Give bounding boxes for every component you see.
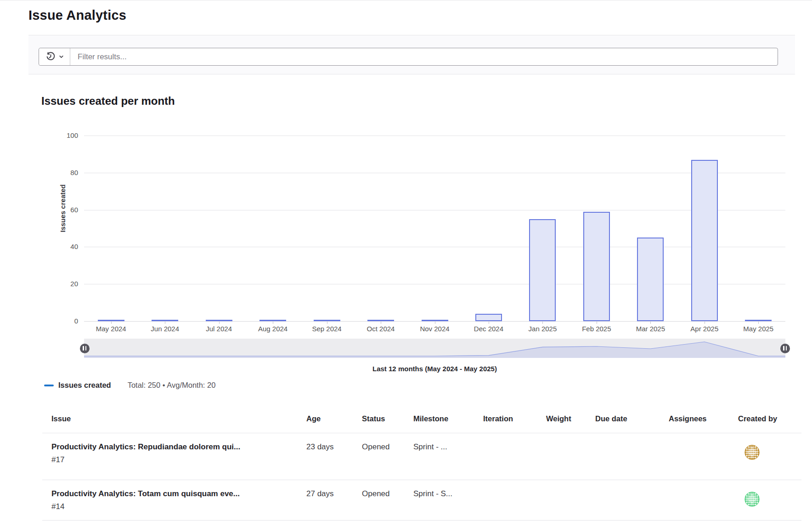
bar-Jan-2025[interactable]: [529, 219, 556, 321]
bar-Feb-2025[interactable]: [583, 212, 610, 321]
y-tick-label-100: 100: [0, 131, 78, 139]
x-tick: [219, 322, 220, 324]
bar-Jun-2024[interactable]: [152, 320, 178, 321]
bar-May-2025[interactable]: [745, 320, 772, 321]
x-tick-label-Mar-2025: Mar 2025: [623, 325, 677, 333]
bar-Dec-2024[interactable]: [475, 314, 502, 321]
chart-legend: Issues created Total: 250 • Avg/Month: 2…: [44, 381, 215, 390]
issue-analytics-page: Issue Analytics Issues crea: [0, 0, 812, 521]
legend-summary: Total: 250 • Avg/Month: 20: [128, 381, 216, 390]
y-tick-label-40: 40: [0, 243, 78, 250]
x-tick: [758, 322, 759, 324]
x-tick: [542, 322, 543, 324]
table-row: Productivity Analytics: Totam cum quisqu…: [42, 480, 801, 521]
column-header-age: Age: [306, 407, 362, 433]
x-tick: [327, 322, 327, 324]
x-tick: [705, 322, 705, 324]
x-tick: [273, 322, 273, 324]
brush-handle-right[interactable]: [780, 344, 790, 353]
x-tick: [597, 322, 597, 324]
x-tick: [111, 322, 112, 324]
column-header-issue: Issue: [42, 407, 306, 433]
filter-input[interactable]: [70, 48, 778, 65]
iteration-cell: [483, 433, 546, 480]
x-tick-label-Jan-2025: Jan 2025: [515, 325, 570, 333]
weight-cell: [546, 433, 595, 480]
milestone-cell: Sprint - ...: [413, 433, 483, 480]
bar-Aug-2024[interactable]: [259, 320, 286, 321]
weight-cell: [546, 480, 595, 520]
status-cell: Opened: [362, 480, 413, 520]
x-tick: [650, 322, 651, 324]
chevron-down-icon: [59, 54, 64, 59]
due-date-cell: [595, 480, 669, 520]
column-header-iteration: Iteration: [483, 407, 546, 433]
y-tick-label-20: 20: [0, 280, 78, 288]
bar-May-2024[interactable]: [98, 320, 124, 321]
x-tick-label-Jul-2024: Jul 2024: [192, 325, 246, 333]
gridline-80: [84, 173, 785, 173]
y-tick-label-80: 80: [0, 169, 78, 176]
issues-table: Issue Age Status Milestone Iteration Wei…: [42, 407, 801, 521]
issue-title-link[interactable]: Productivity Analytics: Totam cum quisqu…: [51, 488, 306, 499]
gridline-40: [84, 247, 785, 247]
x-tick-label-Nov-2024: Nov 2024: [408, 325, 462, 333]
history-dropdown-button[interactable]: [39, 48, 70, 65]
filter-section: [28, 35, 795, 74]
brush-mini-area-chart: [84, 339, 785, 358]
gridline-60: [84, 210, 785, 210]
column-header-weight: Weight: [546, 407, 595, 433]
x-tick-label-May-2025: May 2025: [731, 325, 785, 333]
x-tick: [381, 322, 381, 324]
chart-zoom-brush[interactable]: [84, 339, 785, 358]
legend-series-label[interactable]: Issues created: [58, 381, 111, 390]
bar-Jul-2024[interactable]: [206, 320, 232, 321]
bar-Mar-2025[interactable]: [637, 238, 664, 321]
history-icon: [46, 52, 56, 62]
gridline-100: [84, 136, 785, 136]
x-tick-label-Oct-2024: Oct 2024: [354, 325, 408, 333]
created-by-avatar[interactable]: [744, 492, 760, 507]
y-tick-label-60: 60: [0, 206, 78, 214]
issue-cell: Productivity Analytics: Totam cum quisqu…: [42, 480, 306, 520]
chart-range-caption: Last 12 months (May 2024 - May 2025): [84, 365, 785, 373]
column-header-status: Status: [362, 407, 413, 433]
x-tick-label-Dec-2024: Dec 2024: [462, 325, 516, 333]
x-tick-label-Jun-2024: Jun 2024: [138, 325, 192, 333]
bar-Oct-2024[interactable]: [367, 320, 394, 321]
created-by-cell: [738, 480, 801, 520]
age-cell: 27 days: [306, 480, 362, 520]
column-header-assignees: Assignees: [669, 407, 738, 433]
column-header-milestone: Milestone: [413, 407, 483, 433]
milestone-cell: Sprint - S...: [413, 480, 483, 520]
x-tick: [435, 322, 435, 324]
filter-control: [39, 48, 778, 66]
legend-series-dash: [44, 385, 54, 386]
x-tick-label-May-2024: May 2024: [84, 325, 138, 333]
due-date-cell: [595, 433, 669, 480]
x-tick-label-Aug-2024: Aug 2024: [246, 325, 300, 333]
bar-Sep-2024[interactable]: [314, 320, 340, 321]
x-tick-label-Sep-2024: Sep 2024: [300, 325, 354, 333]
x-tick-label-Apr-2025: Apr 2025: [677, 325, 732, 333]
column-header-due-date: Due date: [595, 407, 669, 433]
column-header-created-by: Created by: [738, 407, 801, 433]
assignees-cell: [669, 433, 738, 480]
brush-handle-left[interactable]: [80, 344, 90, 353]
table-row: Productivity Analytics: Repudiandae dolo…: [42, 433, 801, 480]
table-header-row: Issue Age Status Milestone Iteration Wei…: [42, 407, 801, 433]
age-cell: 23 days: [306, 433, 362, 480]
page-title: Issue Analytics: [28, 8, 126, 23]
issue-id: #17: [51, 454, 306, 465]
created-by-avatar[interactable]: [744, 445, 760, 460]
issue-cell: Productivity Analytics: Repudiandae dolo…: [42, 433, 306, 480]
y-tick-label-0: 0: [0, 317, 78, 325]
x-tick-label-Feb-2025: Feb 2025: [570, 325, 624, 333]
x-tick: [165, 322, 165, 324]
issue-title-link[interactable]: Productivity Analytics: Repudiandae dolo…: [51, 442, 306, 453]
bar-Nov-2024[interactable]: [422, 320, 448, 321]
chart-title: Issues created per month: [41, 95, 175, 108]
bar-Apr-2025[interactable]: [691, 160, 718, 321]
issue-id: #14: [51, 501, 306, 512]
created-by-cell: [738, 433, 801, 480]
